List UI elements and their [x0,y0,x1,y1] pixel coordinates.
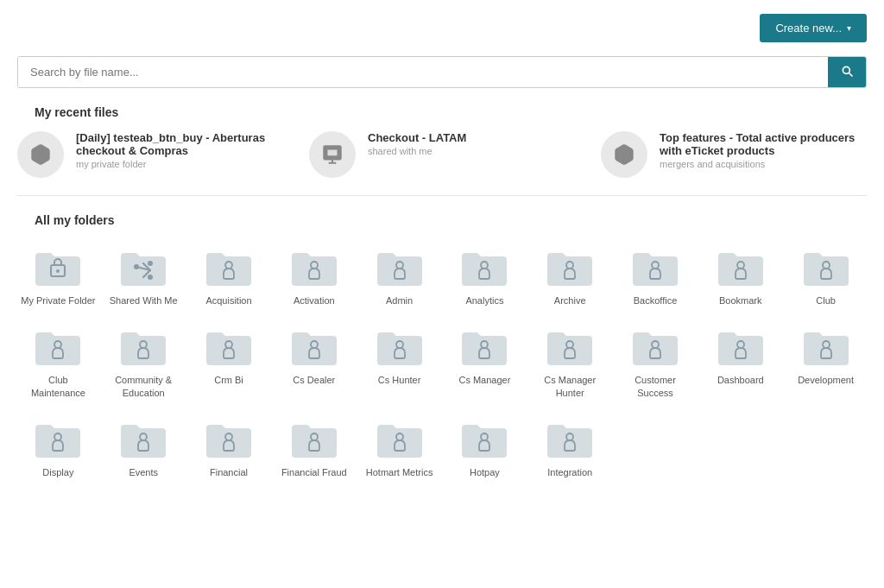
folder-icon-svg [117,416,169,461]
recent-item-icon [601,131,647,178]
folder-item[interactable]: Admin [358,239,440,312]
folder-item[interactable]: Cs Hunter [358,319,440,404]
folder-item[interactable]: Dashboard [699,319,781,404]
folder-icon-svg [288,416,340,461]
folder-label: My Private Folder [21,294,95,307]
folder-item[interactable]: Club Maintenance [17,319,99,404]
folders-grid: My Private Folder Shared With Me Acquisi… [17,239,867,484]
folder-item[interactable]: Archive [529,239,611,312]
folder-icon [288,324,340,369]
folder-item[interactable]: Customer Success [615,319,697,404]
recent-item-name: Top features - Total active producers wi… [660,131,867,157]
recent-item[interactable]: Top features - Total active producers wi… [601,131,867,178]
folder-label: Archive [554,294,586,307]
folder-item[interactable]: Financial Fraud [273,411,355,484]
folder-icon-svg [715,244,767,289]
folder-icon-svg [203,324,255,369]
folder-item[interactable]: Club [785,239,867,312]
recent-item[interactable]: Checkout - LATAM shared with me [309,131,575,178]
folder-label: Acquisition [205,294,251,307]
folder-icon [288,416,340,461]
folder-item[interactable]: Events [103,411,185,484]
folder-label: Cs Manager Hunter [533,374,608,399]
folder-item[interactable]: Integration [529,411,611,484]
folder-icon [32,244,84,289]
folder-icon-svg [715,324,767,369]
folder-icon [458,324,510,369]
folder-label: Integration [547,466,592,478]
folder-label: Community & Education [106,374,181,399]
folder-item[interactable]: Bookmark [699,239,781,312]
folder-item[interactable]: Development [785,319,867,404]
recent-item-sub: mergers and acquisitions [660,159,867,169]
folder-icon-svg [544,416,596,461]
folders-section: All my folders My Private Folder Shared … [0,213,884,484]
folder-label: Financial Fraud [281,466,347,478]
folder-item[interactable]: Acquisition [188,239,270,312]
folder-label: Activation [294,294,335,307]
svg-point-6 [134,264,139,269]
header: Create new... ▾ [0,0,884,88]
folder-item[interactable]: Hotmart Metrics [358,411,440,484]
folder-item[interactable]: Cs Manager [444,319,526,404]
folder-icon [203,244,255,289]
folder-label: Dashboard [717,374,764,386]
search-bar [17,56,867,88]
recent-item-sub: my private folder [76,159,283,169]
create-new-button[interactable]: Create new... ▾ [760,14,867,42]
recent-item-icon [309,131,356,178]
recent-item-icon [17,131,64,178]
recent-item[interactable]: [Daily] testeab_btn_buy - Aberturas chec… [17,131,283,178]
folder-item[interactable]: Backoffice [615,239,697,312]
folder-icon-svg [458,324,510,369]
folder-icon-svg [117,244,169,289]
folder-icon-svg [458,244,510,289]
folder-icon [544,244,596,289]
folder-item[interactable]: Crm Bi [188,319,270,404]
folder-item[interactable]: Cs Dealer [273,319,355,404]
dropdown-arrow-icon: ▾ [847,23,851,33]
folder-icon-svg [288,244,340,289]
box2-icon [613,143,635,166]
folder-label: Cs Manager [458,374,510,386]
folder-item[interactable]: Activation [273,239,355,312]
folder-item[interactable]: Community & Education [103,319,185,404]
folder-icon-svg [374,244,426,289]
folder-label: Club [816,294,836,307]
folder-icon-svg [203,416,255,461]
folder-label: Display [42,466,73,478]
search-button[interactable] [828,57,866,87]
folder-icon [374,244,426,289]
folder-label: Events [129,466,158,478]
folder-icon [32,324,84,369]
folder-icon [117,416,169,461]
svg-point-7 [148,261,153,266]
svg-point-5 [56,269,60,273]
folder-icon-svg [629,324,681,369]
svg-point-8 [148,275,153,280]
folder-icon-svg [544,244,596,289]
folder-icon [458,416,510,461]
folder-item[interactable]: Hotpay [444,411,526,484]
folder-item[interactable]: Display [17,411,99,484]
folder-label: Cs Hunter [378,374,421,386]
search-input[interactable] [18,57,828,87]
folder-label: Admin [386,294,413,307]
folder-icon [32,416,84,461]
folder-item[interactable]: Financial [188,411,270,484]
folder-icon [458,244,510,289]
folder-item[interactable]: Shared With Me [103,239,185,312]
folder-item[interactable]: Analytics [444,239,526,312]
recent-item-info: Checkout - LATAM shared with me [368,131,466,156]
folder-item[interactable]: Cs Manager Hunter [529,319,611,404]
folder-label: Crm Bi [214,374,243,386]
folder-icon-svg [32,416,84,461]
folder-label: Financial [210,466,248,478]
recent-files-section: My recent files [Daily] testeab_btn_buy … [0,105,884,195]
folder-icon [629,244,681,289]
folder-item[interactable]: My Private Folder [17,239,99,312]
svg-rect-2 [327,149,338,157]
folder-icon [715,324,767,369]
folder-icon-svg [544,324,596,369]
box-icon [29,143,52,166]
